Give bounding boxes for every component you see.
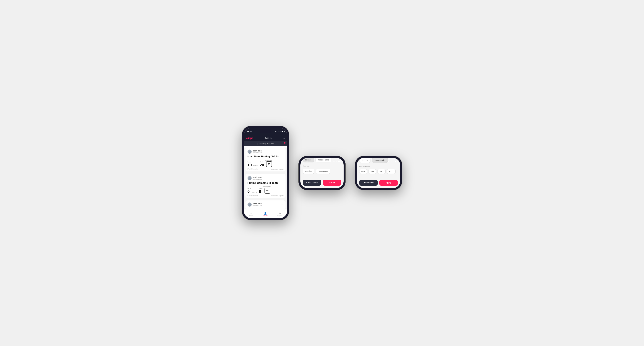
apply-btn-3[interactable]: Apply: [379, 180, 398, 186]
status-time-1: 11:33: [247, 131, 252, 133]
sq-badge-2: 45: [264, 188, 270, 193]
header-title-1: Activity: [265, 137, 272, 139]
nav-capture-1[interactable]: ⊕ Capture: [273, 212, 287, 216]
scene: 11:33 ▲▲▲ ⚛ clippd Activity ≡ ⚙ Vi: [230, 114, 414, 232]
practice-btn-2[interactable]: Practice: [303, 169, 314, 174]
bottom-nav-1: ⌂ Home 👤 Activities ⊕ Capture: [244, 211, 287, 218]
score-value-1: 10: [248, 163, 252, 167]
nav-home-1[interactable]: ⌂ Home: [244, 212, 258, 216]
out-of-2: OUT OF: [252, 192, 258, 193]
drill-filter-buttons-3: OTT APP ARG PUTT: [359, 169, 398, 174]
viewing-bar-text-1: Viewing Activities: [260, 143, 274, 145]
user-date-1: 28 Feb 2023: [253, 152, 262, 154]
card-header-2: Josh Coles 28 Feb 2023 •••: [248, 176, 284, 180]
practice-drills-tab-2[interactable]: Practice Drills: [316, 158, 332, 163]
tournament-btn-2[interactable]: Tournament: [316, 169, 330, 174]
stats-row-2: Score 0 OUT OF Shots 9 Shot Quality 45: [248, 186, 284, 193]
app-btn-3[interactable]: APP: [368, 169, 376, 174]
card-title-2: Putting Combine (3-15 ft): [248, 181, 284, 184]
card-user-2: Josh Coles 28 Feb 2023: [248, 176, 262, 180]
signal-icon-1: ▲▲▲: [275, 131, 279, 132]
activity-card-1[interactable]: Josh Coles 28 Feb 2023 ••• Must Make Put…: [246, 148, 286, 172]
card-header-1: Josh Coles 28 Feb 2023 •••: [248, 150, 284, 154]
activities-label-1: Activities: [263, 215, 268, 216]
apply-btn-2[interactable]: Apply: [323, 180, 341, 186]
score-label-2: Score: [248, 188, 251, 189]
filter-actions-2: Clear Filters Apply: [303, 180, 341, 186]
divider-2: [246, 199, 286, 199]
activities-icon-1: 👤: [264, 212, 267, 215]
battery-icon-2: [338, 161, 340, 162]
shots-value-2: 9: [259, 189, 261, 193]
filter-overlay-3: Filter ✕ Show Rounds Practice Drills Pra…: [357, 158, 400, 188]
filter-sheet-3: Filter ✕ Show Rounds Practice Drills Pra…: [357, 158, 400, 188]
capture-label-1: Capture: [278, 215, 282, 216]
card-header-3: Josh Coles 28 Feb 2023 •••: [248, 202, 284, 207]
wifi-icon-2: ⚛: [336, 161, 337, 162]
shots-label-1: Shots: [260, 161, 264, 163]
signal-icon-2: ▲▲▲: [331, 161, 335, 162]
user-date-2: 28 Feb 2023: [253, 178, 262, 180]
rounds-filter-buttons-2: Practice Tournament: [303, 169, 341, 174]
home-label-1: Home: [249, 215, 253, 216]
card-user-3: Josh Coles 28 Feb 2023: [248, 202, 262, 207]
activity-list-1: Josh Coles 28 Feb 2023 ••• Must Make Put…: [244, 148, 287, 209]
battery-icon-3: [394, 161, 397, 162]
more-dots-2[interactable]: •••: [280, 177, 284, 179]
phone-3: 11:33 ▲▲▲ ⚛ clippd Activity ≡ ⚙: [355, 156, 402, 190]
logo-1: clippd: [246, 137, 253, 140]
card-footer-1: ℹ Test Information Data: Clippd Capture: [248, 168, 284, 170]
status-bar-1: 11:33 ▲▲▲ ⚛: [244, 128, 287, 135]
capture-icon-1: ⊕: [279, 212, 281, 215]
shots-value-1: 20: [260, 163, 264, 167]
menu-icon-1[interactable]: ≡: [284, 137, 285, 139]
avatar-2: [248, 176, 252, 180]
stats-row-1: Score 10 OUT OF Shots 20 Shot Quality 75: [248, 160, 284, 167]
phone-1: 11:33 ▲▲▲ ⚛ clippd Activity ≡ ⚙ Vi: [242, 126, 289, 220]
wifi-icon-1: ⚛: [280, 131, 280, 132]
score-value-2: 0: [248, 189, 250, 193]
signal-icon-3: ▲▲▲: [388, 161, 392, 162]
practice-drills-section-label-3: Practice Drills: [359, 166, 398, 168]
clear-filters-btn-2[interactable]: Clear Filters: [303, 180, 321, 186]
card-user-1: Josh Coles 28 Feb 2023: [248, 150, 262, 154]
status-time-3: 11:33: [360, 161, 364, 163]
sq-label-1: Shot Quality: [265, 160, 272, 161]
sq-badge-1: 75: [266, 161, 272, 167]
card-footer-2: ℹ Test Information Data: Clippd Capture: [248, 195, 284, 196]
user-date-3: 28 Feb 2023: [253, 205, 262, 206]
more-dots-3[interactable]: •••: [280, 203, 284, 206]
clear-filters-btn-3[interactable]: Clear Filters: [359, 180, 378, 186]
status-icons-1: ▲▲▲ ⚛: [275, 131, 284, 132]
status-time-2: 11:33: [304, 161, 308, 163]
out-of-1: OUT OF: [253, 165, 258, 167]
filter-icon-1: ⚙: [257, 143, 258, 145]
score-label-1: Score: [248, 161, 252, 163]
viewing-bar-1[interactable]: ⚙ Viewing Activities: [244, 141, 287, 146]
battery-icon-1: [281, 131, 284, 132]
ott-btn-3[interactable]: OTT: [359, 169, 367, 174]
user-name-3: Josh Coles: [253, 203, 262, 205]
user-name-2: Josh Coles: [253, 176, 262, 178]
rounds-section-label-2: Rounds: [303, 165, 341, 167]
nav-activities-1[interactable]: 👤 Activities: [258, 212, 272, 216]
activity-card-2[interactable]: Josh Coles 28 Feb 2023 ••• Putting Combi…: [246, 174, 286, 198]
sq-label-2: Shot Quality: [263, 186, 271, 187]
arg-btn-3[interactable]: ARG: [377, 169, 386, 174]
footer-left-1: ℹ Test Information: [248, 168, 258, 170]
filter-actions-3: Clear Filters Apply: [359, 180, 398, 186]
activity-card-3[interactable]: Josh Coles 28 Feb 2023 •••: [246, 200, 286, 209]
more-dots-1[interactable]: •••: [280, 151, 284, 153]
red-dot-1: [284, 142, 286, 144]
putt-btn-3[interactable]: PUTT: [387, 169, 396, 174]
footer-left-2: ℹ Test Information: [248, 195, 258, 196]
avatar-3: [248, 202, 252, 207]
phone-2: 11:33 ▲▲▲ ⚛ clippd Activity ≡ ⚙: [298, 156, 346, 190]
wifi-icon-3: ⚛: [392, 161, 394, 162]
status-icons-2: ▲▲▲ ⚛: [331, 161, 340, 162]
footer-right-2: Data: Clippd Capture: [271, 195, 284, 196]
card-title-1: Must Make Putting (3-6 ft): [248, 155, 284, 158]
shots-label-2: Shots: [259, 188, 262, 189]
practice-drills-tab-3[interactable]: Practice Drills: [372, 158, 388, 163]
filter-sheet-2: Filter ✕ Show Rounds Practice Drills Rou…: [300, 158, 344, 188]
